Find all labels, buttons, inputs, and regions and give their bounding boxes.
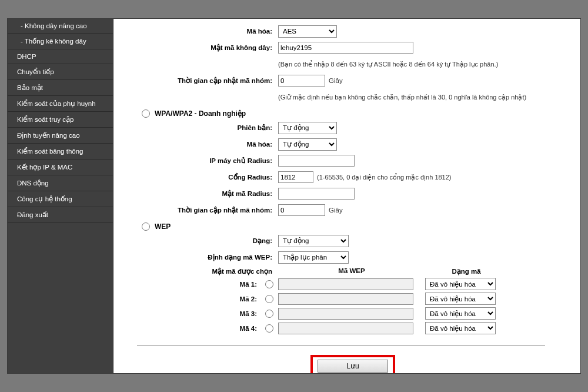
wep-key-row: Mã 4:Đã vô hiệu hóa — [137, 322, 569, 334]
wep-header-selected: Mật mã được chọn — [137, 267, 278, 275]
input-wireless-password[interactable] — [278, 42, 413, 54]
wep-key-row: Mã 2:Đã vô hiệu hóa — [137, 293, 569, 305]
wep-key-label: Mã 3: — [137, 310, 260, 317]
label-ent-seconds: Giây — [329, 207, 343, 214]
label-ent-encryption: Mã hóa: — [137, 141, 278, 148]
select-wep-key-type-3[interactable]: Đã vô hiệu hóa — [425, 307, 496, 320]
label-wep-format: Định dạng mã WEP: — [137, 253, 278, 261]
section-title-wep: WEP — [155, 222, 171, 231]
label-group-key-update: Thời gian cập nhật mã nhóm: — [137, 77, 278, 85]
select-ent-version[interactable]: Tự động — [278, 122, 337, 134]
sidebar: - Không dây nâng cao- Thống kê không dây… — [8, 19, 113, 373]
label-ent-version: Phiên bản: — [137, 124, 278, 132]
radio-wpa-enterprise[interactable] — [142, 109, 150, 118]
input-radius-port[interactable] — [278, 171, 313, 183]
wep-key-label: Mã 4: — [137, 325, 260, 332]
select-wep-key-type-1[interactable]: Đã vô hiệu hóa — [425, 278, 496, 290]
label-seconds: Giây — [329, 77, 343, 84]
sidebar-item-8[interactable]: Kiểm soát băng thông — [8, 144, 113, 160]
highlight-box: Lưu — [310, 355, 395, 373]
sidebar-item-6[interactable]: Kiểm soát truy cập — [8, 112, 113, 128]
radio-wep-key-2[interactable] — [265, 295, 273, 303]
input-radius-ip[interactable] — [278, 155, 355, 167]
sidebar-item-1[interactable]: - Thống kê không dây — [8, 34, 113, 49]
sidebar-item-0[interactable]: - Không dây nâng cao — [8, 19, 113, 34]
sidebar-item-7[interactable]: Định tuyến nâng cao — [8, 128, 113, 144]
sidebar-item-2[interactable]: DHCP — [8, 49, 113, 64]
sidebar-item-5[interactable]: Kiểm soát của phụ huynh — [8, 96, 113, 112]
select-wep-key-type-2[interactable]: Đã vô hiệu hóa — [425, 293, 496, 305]
input-ent-group-key-update[interactable] — [278, 204, 325, 216]
select-wep-key-type-4[interactable]: Đã vô hiệu hóa — [425, 322, 496, 334]
app-window: - Không dây nâng cao- Thống kê không dây… — [7, 18, 581, 374]
hint-group-key-update: (Giữ mặc định nếu bạn không chắc chắn, t… — [278, 94, 526, 101]
wep-key-label: Mã 2: — [137, 295, 260, 303]
label-wireless-password: Mật mã không dây: — [137, 44, 278, 52]
input-group-key-update[interactable] — [278, 75, 325, 87]
main-content: Mã hóa: AES Mật mã không dây: (Bạn có th… — [113, 19, 580, 373]
select-wep-type[interactable]: Tự động — [278, 235, 349, 247]
sidebar-item-12[interactable]: Đăng xuất — [8, 207, 113, 223]
label-radius-port: Cổng Radius: — [137, 173, 278, 181]
select-ent-encryption[interactable]: Tự động — [278, 138, 337, 151]
hint-radius-port: (1-65535, 0 đại diện cho cổng mặc định 1… — [317, 174, 452, 181]
label-radius-password: Mật mã Radius: — [137, 190, 278, 198]
wep-header-key: Mã WEP — [278, 267, 425, 275]
radio-wep-key-3[interactable] — [265, 310, 273, 318]
radio-wep-key-1[interactable] — [265, 280, 273, 288]
input-wep-key-4[interactable] — [278, 323, 413, 334]
label-ent-group-key-update: Thời gian cập nhật mã nhóm: — [137, 206, 278, 214]
section-title-wpa-enterprise: WPA/WPA2 - Doanh nghiệp — [155, 109, 246, 118]
input-wep-key-2[interactable] — [278, 293, 413, 305]
wep-key-row: Mã 1:Đã vô hiệu hóa — [137, 278, 569, 290]
select-encryption[interactable]: AES — [278, 25, 337, 38]
radio-wep[interactable] — [142, 222, 150, 231]
select-wep-format[interactable]: Thập lục phân — [278, 251, 349, 264]
sidebar-item-11[interactable]: Công cụ hệ thống — [8, 191, 113, 207]
label-encryption: Mã hóa: — [137, 28, 278, 35]
wep-key-label: Mã 1: — [137, 281, 260, 288]
sidebar-item-4[interactable]: Bảo mật — [8, 80, 113, 96]
wep-key-row: Mã 3:Đã vô hiệu hóa — [137, 307, 569, 320]
input-wep-key-3[interactable] — [278, 308, 413, 320]
input-wep-key-1[interactable] — [278, 278, 413, 290]
sidebar-item-3[interactable]: Chuyển tiếp — [8, 64, 113, 80]
sidebar-item-9[interactable]: Kết hợp IP & MAC — [8, 160, 113, 175]
sidebar-item-10[interactable]: DNS động — [8, 175, 113, 191]
save-button[interactable]: Lưu — [318, 360, 388, 373]
hint-password-rules: (Bạn có thể nhập 8 đến 63 ký tự ASCII ho… — [278, 61, 498, 68]
label-radius-ip: IP máy chủ Radius: — [137, 157, 278, 165]
radio-wep-key-4[interactable] — [265, 324, 273, 333]
input-radius-password[interactable] — [278, 188, 355, 200]
wep-header-type: Dạng mã — [425, 267, 507, 275]
divider — [137, 345, 545, 346]
label-wep-type: Dạng: — [137, 237, 278, 245]
